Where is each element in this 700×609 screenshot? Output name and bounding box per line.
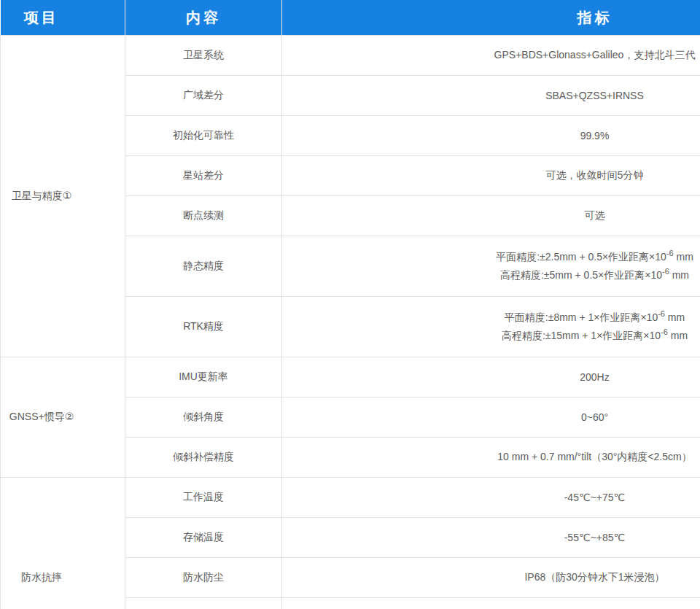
- value-cell: 10 mm + 0.7 mm/°tilt（30°内精度<2.5cm）: [282, 438, 700, 478]
- group-label-waterproof: 防水抗摔: [1, 478, 125, 609]
- content-cell: [125, 598, 282, 609]
- header-spec: 指标: [282, 0, 700, 36]
- content-cell: 卫星系统: [125, 36, 282, 76]
- value-cell: 平面精度:±8mm + 1×作业距离×10-6 mm 高程精度:±15mm + …: [282, 297, 700, 357]
- content-cell: 断点续测: [125, 196, 282, 236]
- value-segment: mm: [674, 251, 693, 263]
- content-cell: 存储温度: [125, 518, 282, 558]
- value-cell: [282, 598, 700, 609]
- value-cell: -45℃~+75℃: [282, 478, 700, 518]
- value-line: 高程精度:±15mm + 1×作业距离×10-6 mm: [282, 327, 700, 345]
- value-segment: mm: [668, 330, 688, 341]
- table-row: GNSS+惯导② IMU更新率 200Hz: [1, 357, 700, 397]
- value-segment: mm: [665, 311, 685, 323]
- content-cell: 初始化可靠性: [125, 116, 282, 156]
- table-row: 防水抗摔 工作温度 -45℃~+75℃: [1, 478, 700, 518]
- value-cell: 200Hz: [282, 357, 700, 397]
- value-cell: 平面精度:±2.5mm + 0.5×作业距离×10-6 mm 高程精度:±5mm…: [282, 236, 700, 297]
- superscript: -6: [658, 309, 665, 318]
- content-cell: 星站差分: [125, 156, 282, 196]
- content-cell: 倾斜补偿精度: [125, 438, 282, 478]
- content-cell: RTK精度: [125, 297, 282, 357]
- value-segment: mm: [669, 269, 689, 281]
- header-item: 项目: [1, 0, 125, 36]
- content-cell: 工作温度: [125, 478, 282, 518]
- value-cell: IP68（防30分钟水下1米浸泡）: [282, 558, 700, 598]
- table-header: 项目 内容 指标: [1, 0, 700, 36]
- value-cell: SBAS+QZSS+IRNSS: [282, 76, 700, 116]
- superscript: -6: [662, 267, 669, 276]
- content-cell: IMU更新率: [125, 357, 282, 397]
- superscript: -6: [661, 327, 668, 336]
- value-cell: -55℃~+85℃: [282, 518, 700, 558]
- spec-table: 项目 内容 指标 卫星与精度① 卫星系统 GPS+BDS+Glonass+Gal…: [0, 0, 700, 609]
- table-row: 卫星与精度① 卫星系统 GPS+BDS+Glonass+Galileo，支持北斗…: [1, 36, 700, 76]
- value-line: 平面精度:±2.5mm + 0.5×作业距离×10-6 mm: [282, 248, 700, 266]
- value-cell: 0~60°: [282, 397, 700, 438]
- header-row: 项目 内容 指标: [1, 0, 700, 36]
- header-content: 内容: [125, 0, 282, 36]
- superscript: -6: [666, 249, 674, 257]
- content-cell: 静态精度: [125, 236, 282, 297]
- spec-table-viewport: 项目 内容 指标 卫星与精度① 卫星系统 GPS+BDS+Glonass+Gal…: [0, 0, 700, 609]
- group-label-gnss-imu: GNSS+惯导②: [1, 357, 125, 478]
- value-line: 高程精度:±5mm + 0.5×作业距离×10-6 mm: [282, 266, 700, 284]
- value-cell: 99.9%: [282, 116, 700, 156]
- value-segment: 平面精度:±8mm + 1×作业距离×10: [505, 311, 658, 323]
- group-label-satellite: 卫星与精度①: [1, 36, 125, 357]
- content-cell: 广域差分: [125, 76, 282, 116]
- value-segment: 高程精度:±5mm + 0.5×作业距离×10: [500, 269, 662, 281]
- content-cell: 防水防尘: [125, 558, 282, 598]
- value-cell: 可选: [282, 196, 700, 236]
- value-segment: 平面精度:±2.5mm + 0.5×作业距离×10: [496, 251, 666, 263]
- value-cell: GPS+BDS+Glonass+Galileo，支持北斗三代: [282, 36, 700, 76]
- content-cell: 倾斜角度: [125, 397, 282, 438]
- value-segment: 高程精度:±15mm + 1×作业距离×10: [502, 330, 661, 341]
- value-line: 平面精度:±8mm + 1×作业距离×10-6 mm: [282, 309, 700, 327]
- value-cell: 可选，收敛时间5分钟: [282, 156, 700, 196]
